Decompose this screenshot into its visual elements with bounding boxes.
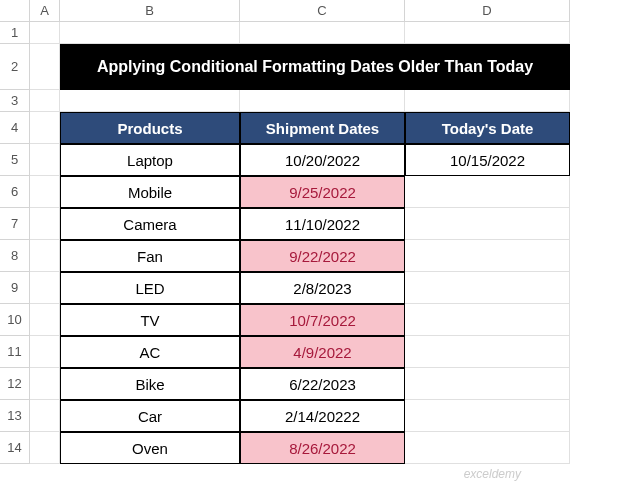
cell-a13[interactable] [30, 400, 60, 432]
cell-a12[interactable] [30, 368, 60, 400]
header-shipment[interactable]: Shipment Dates [240, 112, 405, 144]
cell-a8[interactable] [30, 240, 60, 272]
row-header-7[interactable]: 7 [0, 208, 30, 240]
cell-b3[interactable] [60, 90, 240, 112]
cell-b1[interactable] [60, 22, 240, 44]
row-header-6[interactable]: 6 [0, 176, 30, 208]
cell-d10[interactable] [405, 304, 570, 336]
header-products[interactable]: Products [60, 112, 240, 144]
cell-d8[interactable] [405, 240, 570, 272]
spreadsheet-grid: A B C D 1 2 Applying Conditional Formatt… [0, 0, 641, 464]
row-header-13[interactable]: 13 [0, 400, 30, 432]
date-9[interactable]: 8/26/2022 [240, 432, 405, 464]
product-1[interactable]: Mobile [60, 176, 240, 208]
row-header-3[interactable]: 3 [0, 90, 30, 112]
cell-a2[interactable] [30, 44, 60, 90]
cell-d14[interactable] [405, 432, 570, 464]
product-4[interactable]: LED [60, 272, 240, 304]
date-0[interactable]: 10/20/2022 [240, 144, 405, 176]
cell-a1[interactable] [30, 22, 60, 44]
row-header-8[interactable]: 8 [0, 240, 30, 272]
cell-c1[interactable] [240, 22, 405, 44]
todays-date-cell[interactable]: 10/15/2022 [405, 144, 570, 176]
cell-a14[interactable] [30, 432, 60, 464]
title-cell[interactable]: Applying Conditional Formatting Dates Ol… [60, 44, 570, 90]
product-9[interactable]: Oven [60, 432, 240, 464]
cell-d3[interactable] [405, 90, 570, 112]
row-header-10[interactable]: 10 [0, 304, 30, 336]
cell-a3[interactable] [30, 90, 60, 112]
product-3[interactable]: Fan [60, 240, 240, 272]
date-2[interactable]: 11/10/2022 [240, 208, 405, 240]
date-5[interactable]: 10/7/2022 [240, 304, 405, 336]
row-header-11[interactable]: 11 [0, 336, 30, 368]
row-header-2[interactable]: 2 [0, 44, 30, 90]
date-6[interactable]: 4/9/2022 [240, 336, 405, 368]
cell-a5[interactable] [30, 144, 60, 176]
cell-d6[interactable] [405, 176, 570, 208]
cell-a10[interactable] [30, 304, 60, 336]
col-header-d[interactable]: D [405, 0, 570, 22]
product-6[interactable]: AC [60, 336, 240, 368]
grid-corner [0, 0, 30, 22]
cell-a9[interactable] [30, 272, 60, 304]
col-header-b[interactable]: B [60, 0, 240, 22]
col-header-a[interactable]: A [30, 0, 60, 22]
product-7[interactable]: Bike [60, 368, 240, 400]
date-3[interactable]: 9/22/2022 [240, 240, 405, 272]
cell-d9[interactable] [405, 272, 570, 304]
product-5[interactable]: TV [60, 304, 240, 336]
product-2[interactable]: Camera [60, 208, 240, 240]
cell-d13[interactable] [405, 400, 570, 432]
cell-a7[interactable] [30, 208, 60, 240]
cell-a6[interactable] [30, 176, 60, 208]
row-header-14[interactable]: 14 [0, 432, 30, 464]
product-8[interactable]: Car [60, 400, 240, 432]
cell-d12[interactable] [405, 368, 570, 400]
cell-a11[interactable] [30, 336, 60, 368]
cell-d7[interactable] [405, 208, 570, 240]
header-today[interactable]: Today's Date [405, 112, 570, 144]
cell-d11[interactable] [405, 336, 570, 368]
cell-a4[interactable] [30, 112, 60, 144]
date-1[interactable]: 9/25/2022 [240, 176, 405, 208]
row-header-9[interactable]: 9 [0, 272, 30, 304]
date-7[interactable]: 6/22/2023 [240, 368, 405, 400]
row-header-4[interactable]: 4 [0, 112, 30, 144]
date-8[interactable]: 2/14/20222 [240, 400, 405, 432]
row-header-12[interactable]: 12 [0, 368, 30, 400]
col-header-c[interactable]: C [240, 0, 405, 22]
row-header-1[interactable]: 1 [0, 22, 30, 44]
product-0[interactable]: Laptop [60, 144, 240, 176]
watermark: exceldemy [464, 467, 521, 481]
cell-d1[interactable] [405, 22, 570, 44]
date-4[interactable]: 2/8/2023 [240, 272, 405, 304]
cell-c3[interactable] [240, 90, 405, 112]
row-header-5[interactable]: 5 [0, 144, 30, 176]
